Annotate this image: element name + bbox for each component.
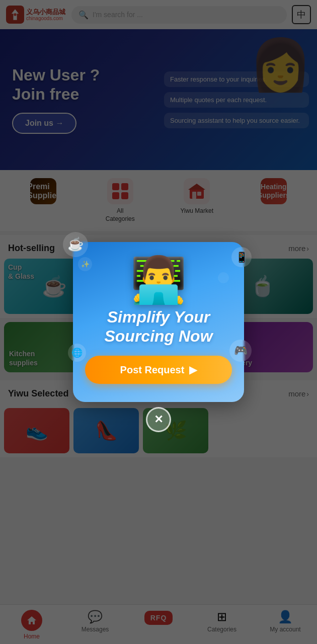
bubble-earth: 🌐 [68, 344, 86, 362]
bubble-game: 🎮 [229, 340, 252, 362]
bubble-phone: 📱 [231, 247, 252, 267]
modal-container: ☕ 📱 🌐 🎮 ✨ 👨‍💻 Simplify Your Sourcing Now… [73, 242, 244, 403]
close-icon: ✕ [154, 413, 163, 426]
play-icon: ▶ [189, 364, 197, 376]
popup-close-button[interactable]: ✕ [146, 407, 171, 432]
post-request-button[interactable]: Post Request ▶ [85, 356, 232, 384]
sourcing-popup: ☕ 📱 🌐 🎮 ✨ 👨‍💻 Simplify Your Sourcing Now… [73, 242, 244, 403]
bubble-small-1: ✨ [78, 257, 92, 271]
bubble-coffee: ☕ [63, 232, 88, 257]
popup-character: 👨‍💻 [130, 257, 187, 302]
bubble-small-2 [218, 272, 229, 283]
popup-title: Simplify Your Sourcing Now [104, 307, 212, 346]
modal-overlay: ☕ 📱 🌐 🎮 ✨ 👨‍💻 Simplify Your Sourcing Now… [0, 0, 317, 644]
